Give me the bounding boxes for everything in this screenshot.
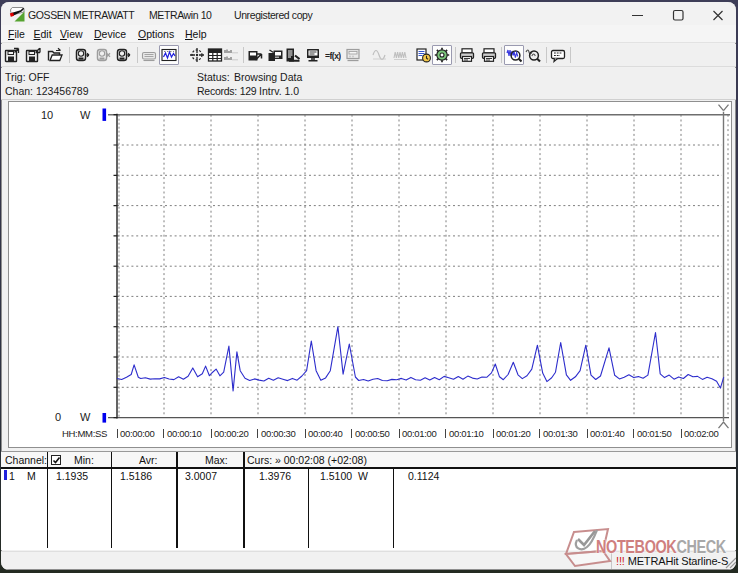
svg-text:=f(x): =f(x)	[325, 51, 341, 61]
